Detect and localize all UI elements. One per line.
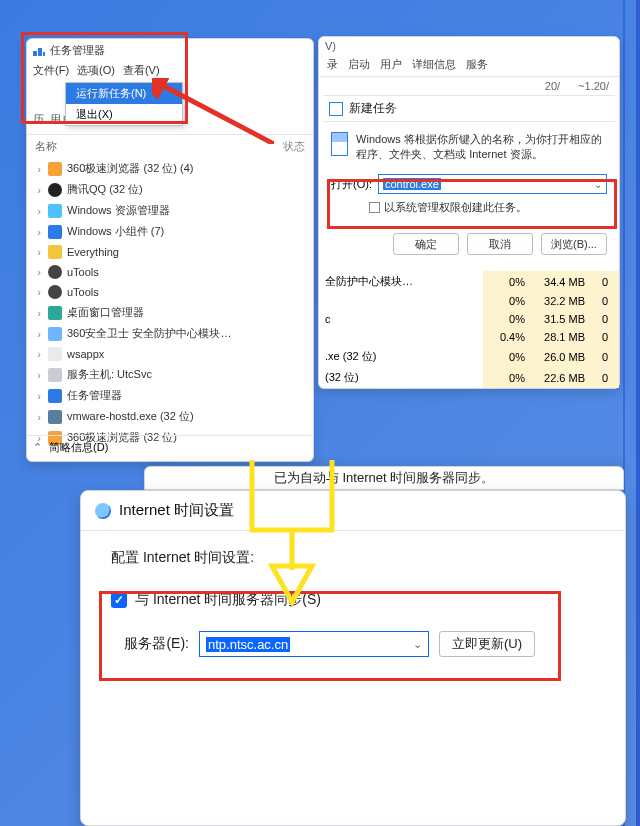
update-now-button[interactable]: 立即更新(U)	[439, 631, 535, 657]
process-icon	[48, 306, 62, 320]
expand-icon[interactable]: ›	[35, 369, 43, 381]
auto-sync-banner: 已为自动与 Internet 时间服务器同步。	[144, 466, 624, 490]
proc-name: 全防护中心模块…	[319, 271, 483, 292]
cpu-cell: 0%	[483, 310, 531, 328]
process-name: Windows 小组件 (7)	[67, 224, 164, 239]
task-manager-window: 任务管理器 文件(F) 选项(O) 查看(V) 运行新任务(N) 退出(X) 历…	[26, 38, 314, 462]
process-name: vmware-hostd.exe (32 位)	[67, 409, 194, 424]
menu-options[interactable]: 选项(O)	[77, 63, 115, 78]
banner-text: 已为自动与 Internet 时间服务器同步。	[274, 469, 494, 487]
browse-button[interactable]: 浏览(B)...	[541, 233, 607, 255]
title-bar: 任务管理器	[27, 39, 313, 61]
chevron-up-icon[interactable]: ⌃	[33, 441, 42, 453]
expand-icon[interactable]: ›	[35, 348, 43, 360]
table-row[interactable]: c0%31.5 MB0	[319, 310, 619, 328]
table-row[interactable]: ›vmware-hostd.exe (32 位)	[31, 406, 309, 427]
globe-icon	[95, 503, 111, 519]
expand-icon[interactable]: ›	[35, 246, 43, 258]
expand-icon[interactable]: ›	[35, 411, 43, 423]
process-name: 360安全卫士 安全防护中心模块…	[67, 326, 231, 341]
table-row[interactable]: ›腾讯QQ (32 位)	[31, 179, 309, 200]
expand-icon[interactable]: ›	[35, 205, 43, 217]
tab-details-2[interactable]: 详细信息	[412, 57, 456, 72]
dialog-title-bar: 新建任务	[323, 96, 615, 122]
cpu-pct: 20/	[545, 80, 560, 92]
table-row[interactable]: (32 位)0%22.6 MB0	[319, 367, 619, 388]
table-row[interactable]: ›360安全卫士 安全防护中心模块…	[31, 323, 309, 344]
ok-button[interactable]: 确定	[393, 233, 459, 255]
dialog-title: 新建任务	[349, 100, 397, 117]
file-menu-dropdown: 运行新任务(N) 退出(X)	[65, 82, 183, 126]
process-name: Everything	[67, 246, 119, 258]
tab-startup[interactable]: 录	[327, 57, 338, 72]
process-metrics-table: 全防护中心模块…0%34.4 MB00%32.2 MB0c0%31.5 MB00…	[319, 271, 619, 388]
table-row[interactable]: ›360极速浏览器 (32 位) (4)	[31, 158, 309, 179]
process-name: wsappx	[67, 348, 104, 360]
chevron-down-icon[interactable]: ⌄	[413, 638, 422, 651]
table-row[interactable]: ›uTools	[31, 282, 309, 302]
cpu-cell: 0%	[483, 367, 531, 388]
footer-label[interactable]: 简略信息(D)	[49, 441, 108, 453]
expand-icon[interactable]: ›	[35, 184, 43, 196]
table-row[interactable]: 0.4%28.1 MB0	[319, 328, 619, 346]
mem-cell: 31.5 MB	[531, 310, 591, 328]
menu-exit[interactable]: 退出(X)	[66, 104, 182, 125]
table-row[interactable]: 全防护中心模块…0%34.4 MB0	[319, 271, 619, 292]
task-manager-icon	[33, 44, 45, 56]
expand-icon[interactable]: ›	[35, 226, 43, 238]
expand-icon[interactable]: ›	[35, 286, 43, 298]
process-name: Windows 资源管理器	[67, 203, 170, 218]
expand-icon[interactable]: ›	[35, 328, 43, 340]
mem-cell: 34.4 MB	[531, 271, 591, 292]
cancel-button[interactable]: 取消	[467, 233, 533, 255]
cpu-cell: 0%	[483, 292, 531, 310]
column-status[interactable]: 状态	[283, 139, 305, 154]
chevron-down-icon[interactable]: ⌄	[594, 179, 602, 190]
proc-name	[319, 328, 483, 346]
mem-cell: 22.6 MB	[531, 367, 591, 388]
cpu-cell: 0.4%	[483, 328, 531, 346]
server-label: 服务器(E):	[111, 635, 189, 653]
table-row[interactable]: .xe (32 位)0%26.0 MB0	[319, 346, 619, 367]
column-name[interactable]: 名称	[35, 139, 57, 154]
table-row[interactable]: ›wsappx	[31, 344, 309, 364]
tab-users-2[interactable]: 用户	[380, 57, 402, 72]
process-icon	[48, 183, 62, 197]
cpu-cell: 0%	[483, 271, 531, 292]
expand-icon[interactable]: ›	[35, 307, 43, 319]
menu-file[interactable]: 文件(F)	[33, 63, 69, 78]
sync-checkbox[interactable]: ✓	[111, 592, 127, 608]
table-row[interactable]: 0%32.2 MB0	[319, 292, 619, 310]
mem-rate: ~1.20/	[578, 80, 609, 92]
cpu-cell: 0%	[483, 346, 531, 367]
table-row[interactable]: ›任务管理器	[31, 385, 309, 406]
proc-name: (32 位)	[319, 367, 483, 388]
menu-fragment: V)	[325, 40, 336, 52]
tab-services-2[interactable]: 服务	[466, 57, 488, 72]
expand-icon[interactable]: ›	[35, 266, 43, 278]
process-list: ›360极速浏览器 (32 位) (4)›腾讯QQ (32 位)›Windows…	[27, 158, 313, 448]
process-icon	[48, 368, 62, 382]
admin-label: 以系统管理权限创建此任务。	[384, 200, 527, 215]
menu-view[interactable]: 查看(V)	[123, 63, 160, 78]
table-row[interactable]: ›Windows 小组件 (7)	[31, 221, 309, 242]
subtitle: 配置 Internet 时间设置:	[111, 549, 595, 567]
tab-startup-2[interactable]: 启动	[348, 57, 370, 72]
table-row[interactable]: ›服务主机: UtcSvc	[31, 364, 309, 385]
table-row[interactable]: ›Windows 资源管理器	[31, 200, 309, 221]
process-icon	[48, 245, 62, 259]
admin-checkbox[interactable]	[369, 202, 380, 213]
table-row[interactable]: ›桌面窗口管理器	[31, 302, 309, 323]
expand-icon[interactable]: ›	[35, 163, 43, 175]
mem-cell: 32.2 MB	[531, 292, 591, 310]
expand-icon[interactable]: ›	[35, 390, 43, 402]
table-row[interactable]: ›uTools	[31, 262, 309, 282]
table-row[interactable]: ›Everything	[31, 242, 309, 262]
tab-app-history[interactable]: 历	[33, 112, 44, 130]
open-combo[interactable]: control.exe ⌄	[378, 174, 607, 194]
menu-run-new-task[interactable]: 运行新任务(N)	[66, 83, 182, 104]
process-name: 服务主机: UtcSvc	[67, 367, 152, 382]
mem-cell: 26.0 MB	[531, 346, 591, 367]
process-icon	[48, 327, 62, 341]
server-combo[interactable]: ntp.ntsc.ac.cn ⌄	[199, 631, 429, 657]
